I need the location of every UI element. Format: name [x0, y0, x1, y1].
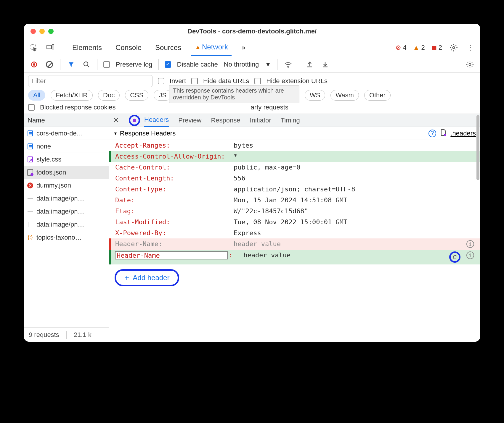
filter-chip-other[interactable]: Other — [364, 90, 391, 101]
request-row[interactable]: —data:image/pn… — [24, 205, 109, 218]
close-icon[interactable]: ✕ — [113, 116, 119, 125]
issues-count[interactable]: ◼2 — [431, 44, 442, 51]
filter-icon[interactable] — [66, 60, 76, 69]
header-row: Last-Modified:Tue, 08 Nov 2022 15:00:01 … — [109, 217, 480, 227]
request-row[interactable]: —data:image/pn… — [24, 192, 109, 205]
header-name: Header-Name: — [115, 240, 228, 248]
kebab-icon[interactable]: ⋮ — [465, 43, 475, 53]
scrollbar[interactable] — [475, 114, 479, 342]
upload-icon[interactable] — [305, 60, 314, 69]
tab-response[interactable]: Response — [211, 114, 240, 127]
download-icon[interactable] — [320, 60, 330, 69]
tab-sources[interactable]: Sources — [152, 43, 185, 52]
filter-chip-doc[interactable]: Doc — [98, 90, 120, 101]
svg-point-5 — [288, 67, 288, 67]
request-row[interactable]: {:}topics-taxono… — [24, 231, 109, 244]
close-window-icon[interactable] — [31, 29, 36, 34]
third-party-label: arty requests — [251, 104, 288, 111]
tab-console[interactable]: Console — [112, 43, 145, 52]
zoom-window-icon[interactable] — [48, 29, 54, 34]
filter-chip-css[interactable]: CSS — [125, 90, 148, 101]
svg-point-6 — [469, 63, 471, 65]
detail-tabs: ✕ Headers Preview Response Initiator Tim… — [109, 114, 480, 127]
request-row[interactable]: ✕dummy.json — [24, 179, 109, 192]
file-icon — [27, 221, 33, 228]
filter-chip-ws[interactable]: WS — [305, 90, 325, 101]
filter-chip-fetchxhr[interactable]: Fetch/XHR — [51, 90, 93, 101]
invert-checkbox[interactable] — [158, 78, 164, 84]
info-icon[interactable]: i — [466, 251, 474, 259]
warning-count[interactable]: ▲2 — [413, 44, 425, 51]
minimize-window-icon[interactable] — [39, 29, 45, 34]
chevron-down-icon[interactable]: ▼ — [265, 61, 271, 68]
info-icon[interactable]: i — [466, 240, 474, 248]
headers-table: Accept-Ranges:bytesAccess-Control-Allow-… — [109, 140, 480, 264]
tab-headers[interactable]: Headers — [144, 114, 169, 127]
hide-ext-checkbox[interactable] — [254, 78, 261, 84]
delete-header-icon[interactable] — [449, 251, 460, 263]
divider — [277, 59, 277, 70]
filter-chip-wasm[interactable]: Wasm — [330, 90, 359, 101]
add-header-button[interactable]: + Add header — [115, 269, 179, 286]
divider — [60, 59, 60, 70]
filter-chip-all[interactable]: All — [28, 90, 45, 101]
response-headers-section[interactable]: ▼ Response Headers ? .headers — [109, 127, 480, 140]
device-icon[interactable] — [45, 43, 55, 53]
titlebar: DevTools - cors-demo-devtools.glitch.me/ — [24, 24, 480, 39]
traffic-lights — [31, 29, 54, 34]
request-list: Name cors-demo-de…none↗style.csstodos.js… — [24, 114, 109, 342]
header-name[interactable]: Header-Name — [115, 251, 228, 259]
request-row[interactable]: todos.json — [24, 166, 109, 179]
document-icon — [27, 130, 33, 137]
panel-settings-icon[interactable] — [465, 60, 475, 69]
error-count[interactable]: ⊗4 — [396, 44, 406, 51]
header-row: Content-Type:application/json; charset=U… — [109, 184, 480, 195]
tab-timing[interactable]: Timing — [281, 114, 300, 127]
header-value[interactable]: header value — [243, 251, 442, 259]
request-name: cors-demo-de… — [36, 130, 83, 137]
request-row[interactable]: none — [24, 140, 109, 153]
warning-icon: ▲ — [413, 44, 420, 51]
window-title: DevTools - cors-demo-devtools.glitch.me/ — [187, 28, 317, 35]
help-icon[interactable]: ? — [428, 130, 436, 137]
request-row[interactable]: cors-demo-de… — [24, 127, 109, 140]
divider — [62, 42, 62, 53]
panel-tabs: Elements Console Sources ▲ Network » ⊗4 … — [24, 39, 480, 56]
tab-elements[interactable]: Elements — [69, 43, 105, 52]
header-row: Header-Name:header valuei — [109, 238, 480, 250]
filter-input[interactable] — [28, 75, 153, 87]
tab-network[interactable]: ▲ Network — [191, 39, 232, 56]
tab-more[interactable]: » — [238, 43, 249, 52]
collapse-arrow-icon: ▼ — [113, 131, 118, 136]
disable-cache-checkbox[interactable] — [165, 61, 171, 68]
add-header-label: Add header — [133, 274, 169, 282]
header-row: Etag:W/"22c-18457c15d68" — [109, 206, 480, 217]
tab-preview[interactable]: Preview — [178, 114, 201, 127]
hide-ext-label: Hide extension URLs — [266, 77, 328, 85]
header-row: Content-Length:556 — [109, 173, 480, 184]
invert-label: Invert — [170, 77, 186, 85]
inspect-icon[interactable] — [29, 43, 39, 53]
search-icon[interactable] — [82, 60, 91, 69]
header-name: Content-Type: — [115, 185, 228, 193]
request-count: 9 requests — [29, 331, 59, 339]
hide-data-checkbox[interactable] — [191, 78, 198, 84]
headers-file-link[interactable]: .headers — [450, 130, 476, 137]
preserve-log-checkbox[interactable] — [103, 61, 110, 68]
header-value: bytes — [234, 142, 474, 149]
request-row[interactable]: data:image/pn… — [24, 218, 109, 231]
clear-button[interactable] — [45, 60, 54, 69]
network-conditions-icon[interactable] — [283, 60, 293, 69]
throttling-select[interactable]: No throttling — [224, 61, 259, 68]
blocked-cookies-label: Blocked response cookies — [40, 104, 116, 111]
request-row[interactable]: ↗style.css — [24, 153, 109, 166]
blocked-cookies-checkbox[interactable] — [28, 104, 35, 111]
header-name: Access-Control-Allow-Origin: — [115, 153, 228, 160]
record-button[interactable] — [29, 60, 39, 69]
settings-icon[interactable] — [449, 43, 459, 53]
name-column-header[interactable]: Name — [24, 114, 109, 127]
request-name: data:image/pn… — [36, 208, 84, 215]
tab-initiator[interactable]: Initiator — [250, 114, 271, 127]
header-row[interactable]: Header-Name:header valuei — [109, 250, 480, 264]
divider — [299, 59, 299, 70]
